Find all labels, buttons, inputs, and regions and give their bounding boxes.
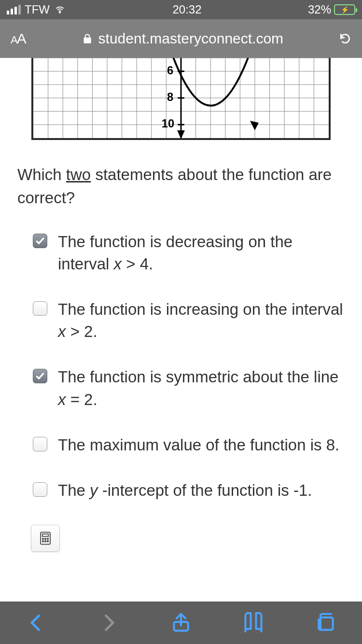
wifi-icon [54, 5, 66, 14]
svg-point-35 [47, 538, 49, 540]
share-button[interactable] [167, 608, 195, 637]
option-2[interactable]: The function is increasing on the interv… [33, 298, 345, 343]
svg-point-34 [45, 538, 46, 540]
question-underlined: two [66, 166, 91, 183]
option-2-text: The function is increasing on the interv… [58, 298, 345, 343]
lock-icon [81, 32, 94, 45]
status-left: TFW [7, 3, 66, 16]
svg-point-37 [45, 541, 46, 542]
option-4-text: The maximum value of the function is 8. [58, 434, 339, 456]
checkbox-1[interactable] [33, 234, 47, 248]
svg-rect-32 [42, 534, 49, 536]
graph-snippet: 6 8 10 [31, 58, 331, 140]
option-5-text: The y -intercept of the function is -1. [58, 479, 312, 502]
question-prefix: Which [17, 166, 66, 183]
url-area[interactable]: student.masteryconnect.com [36, 30, 328, 47]
chevron-right-icon [98, 612, 119, 633]
page-content: 6 8 10 Which two statements about the fu… [0, 58, 362, 552]
back-button[interactable] [22, 608, 51, 637]
svg-marker-29 [177, 130, 185, 139]
text-size-button[interactable]: AA [11, 30, 26, 47]
axis-tick-8: 8 [167, 91, 173, 103]
share-icon [170, 612, 192, 633]
option-3[interactable]: The function is symmetric about the line… [33, 366, 345, 410]
clock: 20:32 [172, 3, 201, 16]
option-1-text: The function is decreasing on the interv… [58, 231, 345, 275]
option-3-text: The function is symmetric about the line… [58, 366, 345, 410]
svg-marker-30 [250, 121, 259, 130]
carrier-label: TFW [25, 3, 50, 16]
svg-point-33 [42, 538, 44, 540]
calculator-button[interactable] [31, 525, 60, 552]
browser-toolbar [0, 602, 362, 644]
option-5[interactable]: The y -intercept of the function is -1. [33, 479, 345, 502]
chevron-left-icon [26, 612, 47, 633]
book-icon [243, 612, 264, 633]
option-4[interactable]: The maximum value of the function is 8. [33, 434, 345, 456]
bookmarks-button[interactable] [239, 608, 268, 637]
axis-tick-6: 6 [167, 64, 173, 77]
svg-point-38 [47, 541, 49, 542]
svg-point-0 [59, 12, 60, 13]
checkbox-3[interactable] [33, 369, 47, 383]
question-text: Which two statements about the function … [17, 163, 345, 210]
tabs-button[interactable] [311, 608, 340, 637]
calculator-icon [38, 531, 53, 546]
forward-button[interactable] [94, 608, 123, 637]
options-list: The function is decreasing on the interv… [17, 231, 345, 502]
svg-rect-40 [320, 617, 333, 630]
checkbox-2[interactable] [33, 301, 47, 316]
axis-tick-10: 10 [162, 117, 174, 130]
url-text: student.masteryconnect.com [98, 30, 284, 47]
battery-pct: 32% [308, 3, 331, 16]
svg-point-36 [42, 541, 44, 542]
checkbox-5[interactable] [33, 482, 47, 497]
status-right: 32% ⚡ [308, 3, 355, 16]
tabs-icon [315, 612, 336, 633]
battery-icon: ⚡ [334, 4, 355, 15]
address-bar: AA student.masteryconnect.com [0, 19, 362, 58]
signal-icon [7, 5, 21, 14]
reload-icon[interactable] [339, 32, 351, 45]
checkbox-4[interactable] [33, 437, 47, 451]
status-bar: TFW 20:32 32% ⚡ [0, 0, 362, 19]
option-1[interactable]: The function is decreasing on the interv… [33, 231, 345, 275]
